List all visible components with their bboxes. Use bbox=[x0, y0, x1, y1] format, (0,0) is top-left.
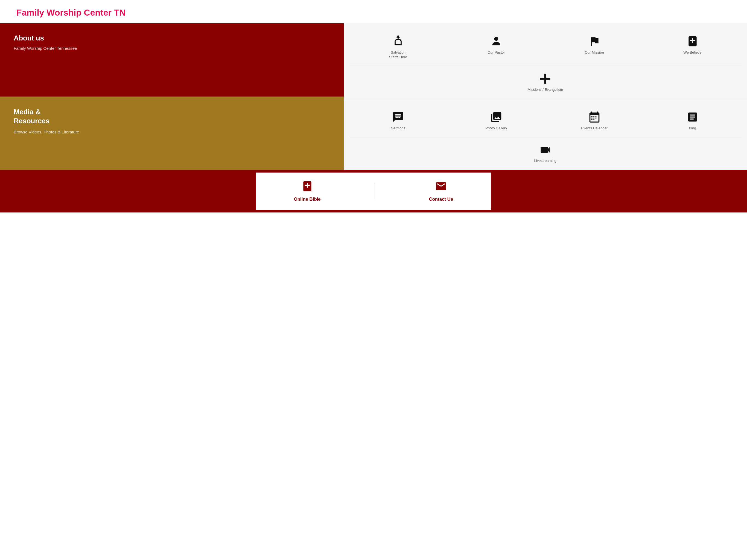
menu-item-salvation[interactable]: SalvationStarts Here bbox=[349, 29, 447, 64]
photo-gallery-label: Photo Gallery bbox=[485, 126, 507, 130]
svg-rect-11 bbox=[591, 119, 593, 120]
we-believe-label: We Believe bbox=[684, 50, 702, 55]
svg-rect-8 bbox=[591, 118, 593, 119]
salvation-label: SalvationStarts Here bbox=[389, 50, 407, 59]
media-menu-section: Sermons Photo Gallery bbox=[344, 99, 747, 170]
blog-label: Blog bbox=[689, 126, 696, 130]
svg-rect-9 bbox=[593, 118, 594, 119]
calendar-icon bbox=[588, 111, 600, 123]
divider-3 bbox=[349, 136, 742, 136]
menu-item-livestreaming[interactable]: Livestreaming bbox=[349, 137, 742, 167]
media-menu-grid: Sermons Photo Gallery bbox=[349, 104, 742, 135]
about-menu-section: SalvationStarts Here Our Pastor bbox=[344, 23, 747, 99]
bottom-bar: Online Bible Contact Us bbox=[0, 170, 747, 212]
our-mission-label: Our Mission bbox=[585, 50, 604, 55]
menu-item-sermons[interactable]: Sermons bbox=[349, 104, 447, 135]
footer-divider bbox=[375, 183, 375, 199]
left-panels: About us Family Worship Center Tennessee… bbox=[0, 23, 344, 170]
svg-rect-12 bbox=[593, 119, 594, 120]
svg-point-3 bbox=[397, 117, 398, 118]
events-calendar-label: Events Calendar bbox=[581, 126, 608, 130]
svg-rect-5 bbox=[591, 116, 593, 117]
site-header: Family Worship Center TN bbox=[0, 0, 747, 23]
bottom-bar-inner: Online Bible Contact Us bbox=[256, 173, 491, 210]
panel-media: Media &Resources Browse Videos, Photos &… bbox=[0, 97, 344, 170]
contact-us-label: Contact Us bbox=[429, 197, 453, 202]
site-title: Family Worship Center TN bbox=[17, 8, 126, 18]
online-bible-link[interactable]: Online Bible bbox=[294, 180, 321, 202]
main-content: About us Family Worship Center Tennessee… bbox=[0, 23, 747, 170]
menu-item-missions[interactable]: Missions / Evangelism bbox=[349, 66, 742, 96]
svg-rect-6 bbox=[593, 116, 594, 117]
about-description: Family Worship Center Tennessee bbox=[14, 46, 330, 51]
pastor-icon bbox=[490, 35, 502, 47]
cross-icon bbox=[539, 73, 551, 85]
sermons-icon bbox=[392, 111, 404, 123]
right-panels: SalvationStarts Here Our Pastor bbox=[344, 23, 747, 170]
photo-gallery-icon bbox=[490, 111, 502, 123]
svg-rect-10 bbox=[595, 118, 596, 119]
bible-footer-icon bbox=[301, 180, 313, 195]
contact-us-link[interactable]: Contact Us bbox=[429, 180, 453, 202]
menu-item-photo-gallery[interactable]: Photo Gallery bbox=[447, 104, 545, 135]
svg-point-2 bbox=[395, 117, 396, 118]
sermons-label: Sermons bbox=[391, 126, 405, 130]
menu-item-our-mission[interactable]: Our Mission bbox=[545, 29, 643, 64]
bible-icon bbox=[687, 35, 699, 47]
menu-item-we-believe[interactable]: We Believe bbox=[643, 29, 742, 64]
media-heading: Media &Resources bbox=[14, 107, 330, 126]
menu-item-events-calendar[interactable]: Events Calendar bbox=[545, 104, 643, 135]
svg-rect-7 bbox=[595, 116, 596, 117]
online-bible-label: Online Bible bbox=[294, 197, 321, 202]
menu-item-blog[interactable]: Blog bbox=[643, 104, 742, 135]
blog-icon bbox=[687, 111, 699, 123]
divider-1 bbox=[349, 65, 742, 65]
flag-icon bbox=[588, 35, 600, 47]
svg-point-4 bbox=[400, 117, 401, 118]
our-pastor-label: Our Pastor bbox=[488, 50, 505, 55]
about-heading: About us bbox=[14, 34, 330, 42]
menu-item-our-pastor[interactable]: Our Pastor bbox=[447, 29, 545, 64]
media-description: Browse Videos, Photos & Literature bbox=[14, 130, 330, 134]
envelope-icon bbox=[435, 180, 447, 195]
svg-point-1 bbox=[494, 37, 498, 41]
missions-label: Missions / Evangelism bbox=[528, 87, 563, 92]
panel-about: About us Family Worship Center Tennessee bbox=[0, 23, 344, 97]
about-menu-grid: SalvationStarts Here Our Pastor bbox=[349, 29, 742, 64]
livestreaming-label: Livestreaming bbox=[534, 159, 557, 163]
church-icon bbox=[392, 35, 404, 47]
video-icon bbox=[539, 144, 551, 156]
